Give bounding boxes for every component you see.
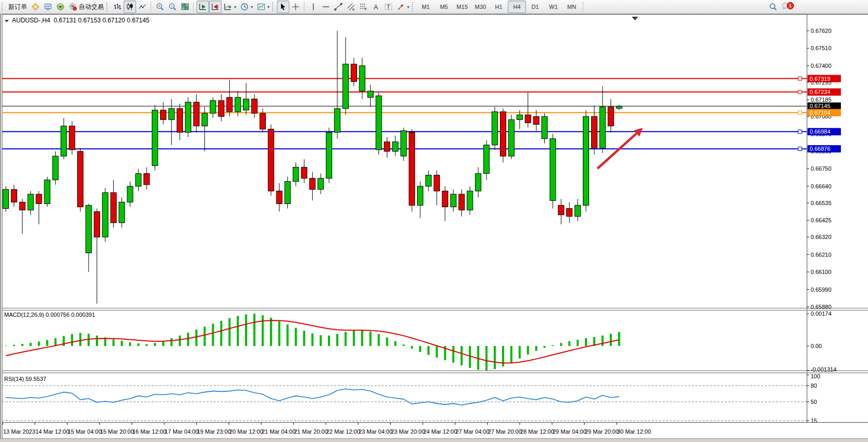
candle-body-bull bbox=[326, 133, 332, 178]
text-button[interactable]: A bbox=[370, 1, 382, 13]
candle-body-bull bbox=[418, 186, 423, 205]
notifications-button[interactable]: 1 bbox=[779, 1, 795, 13]
candle-body-bear bbox=[310, 178, 315, 189]
new-order-icon[interactable] bbox=[29, 1, 42, 13]
periods-button[interactable]: ▾ bbox=[238, 1, 255, 13]
timeframe-button-m1[interactable]: M1 bbox=[417, 1, 435, 13]
chart-profile-icon[interactable] bbox=[42, 1, 54, 13]
price-badge-label: 0.67145 bbox=[810, 103, 830, 109]
toolbar-grip[interactable] bbox=[272, 2, 275, 11]
chart-bars-button[interactable] bbox=[111, 1, 124, 13]
timeframe-button-h1[interactable]: H1 bbox=[490, 1, 508, 13]
chart-window[interactable]: 0.676200.675100.674000.672950.671850.670… bbox=[0, 14, 868, 441]
zoom-in-button[interactable] bbox=[154, 1, 166, 13]
candle-body-bull bbox=[152, 110, 158, 165]
candle-body-bull bbox=[28, 194, 33, 210]
macd-histogram-bar bbox=[30, 343, 32, 346]
candle-body-bear bbox=[69, 126, 75, 150]
trendline-button[interactable] bbox=[332, 1, 345, 13]
macd-histogram-bar bbox=[5, 345, 7, 346]
macd-histogram-bar bbox=[519, 346, 521, 359]
chart-background bbox=[2, 14, 868, 439]
autotrade-button[interactable]: 自动交易 bbox=[67, 1, 106, 13]
macd-histogram-bar bbox=[121, 341, 123, 346]
macd-histogram-bar bbox=[38, 341, 40, 346]
pane-separator[interactable] bbox=[2, 373, 868, 373]
price-tick-label: 0.66100 bbox=[811, 269, 832, 275]
chart-ohlc-values: 0.67131 0.67153 0.67120 0.67145 bbox=[54, 17, 150, 24]
toolbar-grip[interactable] bbox=[412, 2, 415, 11]
timeframe-button-w1[interactable]: W1 bbox=[544, 1, 563, 13]
timeframe-group: M1M5M15M30H1H4D1W1MN bbox=[417, 1, 581, 13]
macd-histogram-bar bbox=[212, 324, 214, 346]
autotrade-icon bbox=[69, 3, 77, 11]
toolbar-grip[interactable] bbox=[2, 2, 5, 11]
hline-handle-support-1[interactable] bbox=[798, 130, 802, 134]
toolbar-grip[interactable] bbox=[106, 2, 109, 11]
price-tick-label: 0.66750 bbox=[811, 165, 832, 172]
new-order-button[interactable]: 新订单 bbox=[6, 1, 29, 13]
tile-windows-icon bbox=[181, 3, 189, 11]
pane-separator[interactable] bbox=[2, 308, 868, 308]
horizontal-line-button[interactable] bbox=[320, 1, 332, 13]
pane-separator[interactable] bbox=[2, 371, 868, 371]
chart-candles-button[interactable] bbox=[124, 1, 136, 13]
hline-handle-support-2[interactable] bbox=[798, 147, 802, 151]
timeframe-button-h4[interactable]: H4 bbox=[508, 1, 526, 13]
candle-body-bear bbox=[591, 116, 597, 148]
macd-histogram-bar bbox=[386, 338, 388, 346]
candle-body-bull bbox=[185, 102, 191, 133]
macd-histogram-bar bbox=[179, 336, 181, 346]
line-chart-icon bbox=[138, 3, 146, 11]
cursor-button[interactable] bbox=[277, 1, 289, 13]
price-badge-label: 0.67234 bbox=[810, 89, 830, 95]
pane-separator[interactable] bbox=[2, 310, 868, 310]
macd-histogram-bar bbox=[510, 346, 512, 363]
equidistant-channel-button[interactable]: E bbox=[345, 1, 357, 13]
time-tick-label: 30 Mar 12:00 bbox=[617, 428, 651, 435]
time-tick-label: 29 Mar 04:00 bbox=[553, 428, 586, 435]
zoom-out-button[interactable] bbox=[166, 1, 179, 13]
macd-histogram-bar bbox=[287, 325, 289, 346]
timeframe-button-m15[interactable]: M15 bbox=[453, 1, 471, 13]
indicators-button[interactable]: ▾ bbox=[222, 1, 238, 13]
chart-line-button[interactable] bbox=[136, 1, 149, 13]
timeframe-button-m5[interactable]: M5 bbox=[435, 1, 453, 13]
macd-histogram-bar bbox=[46, 340, 48, 346]
fibonacci-button[interactable]: F bbox=[357, 1, 370, 13]
candle-body-bull bbox=[127, 186, 133, 202]
price-tick-label: 0.66535 bbox=[811, 200, 832, 206]
candle-body-bull bbox=[492, 112, 498, 145]
auto-scroll-button[interactable] bbox=[197, 1, 209, 13]
timeframe-button-m30[interactable]: M30 bbox=[471, 1, 490, 13]
hline-handle-resistance-2[interactable] bbox=[798, 90, 802, 94]
timeframe-button-mn[interactable]: MN bbox=[563, 1, 581, 13]
macd-histogram-bar bbox=[270, 318, 272, 346]
search-button[interactable] bbox=[767, 1, 779, 13]
window-edge-left bbox=[0, 14, 1, 441]
time-tick-label: 28 Mar 12:00 bbox=[520, 428, 554, 435]
text-label-button[interactable]: T bbox=[382, 1, 395, 13]
vertical-line-button[interactable] bbox=[307, 1, 320, 13]
macd-histogram-bar bbox=[187, 332, 189, 346]
timeframe-button-d1[interactable]: D1 bbox=[526, 1, 544, 13]
price-badge-label: 0.66984 bbox=[810, 128, 830, 135]
bar-chart-icon bbox=[113, 3, 121, 11]
macd-histogram-bar bbox=[560, 343, 562, 346]
candle-body-bull bbox=[343, 64, 348, 109]
tile-windows-button[interactable] bbox=[179, 1, 191, 13]
horizontal-line-icon bbox=[322, 3, 330, 11]
chart-shift-button[interactable] bbox=[209, 1, 222, 13]
arrow-objects-icon bbox=[397, 3, 405, 11]
macd-histogram-bar bbox=[610, 334, 612, 346]
svg-text:F: F bbox=[365, 7, 367, 11]
news-icon[interactable] bbox=[54, 1, 67, 13]
macd-histogram-bar bbox=[411, 346, 413, 349]
macd-histogram-bar bbox=[170, 338, 173, 346]
templates-button[interactable]: ▾ bbox=[255, 1, 272, 13]
hline-handle-pivot-orange[interactable] bbox=[798, 111, 802, 114]
crosshair-button[interactable] bbox=[289, 1, 302, 13]
arrows-tool-button[interactable]: ▾ bbox=[395, 1, 411, 13]
hline-handle-resistance-1[interactable] bbox=[798, 77, 802, 80]
time-tick-label: 15 Mar 04:00 bbox=[68, 428, 102, 435]
